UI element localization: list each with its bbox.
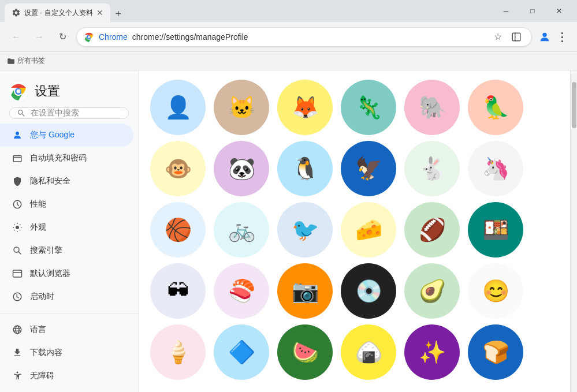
settings-title: 设置 xyxy=(35,83,60,100)
nav-divider xyxy=(0,313,138,313)
sidebar-toggle-icon[interactable] xyxy=(508,29,524,45)
main-container: 设置 在设置中搜索 您与 Google 自动填充和密码 xyxy=(0,70,577,392)
download-nav-label: 下载内容 xyxy=(30,348,62,358)
avatar-grid: 👤🐱🦊🦎🐘🦜🐵🐼🐧🦅🐇🦄🏀🚲🐦🧀🏈🍱🕶🍣📷💿🥑😊🍦🔷🍉🍙✨🍞 xyxy=(139,70,570,389)
avatar-item[interactable]: 🐱 xyxy=(214,80,269,135)
avatar-item[interactable]: 🐼 xyxy=(214,141,269,196)
avatar-item[interactable]: 💿 xyxy=(341,263,396,319)
sidebar-item-accessibility[interactable]: 无障碍 xyxy=(0,364,133,387)
sidebar-item-autofill[interactable]: 自动填充和密码 xyxy=(0,147,133,170)
avatar-item[interactable]: 🦊 xyxy=(277,80,333,135)
startup-nav-label: 启动时 xyxy=(30,292,54,302)
sidebar-item-startup[interactable]: 启动时 xyxy=(0,285,133,308)
avatar-item[interactable]: 🍦 xyxy=(150,324,206,380)
sidebar-item-browser[interactable]: 默认浏览器 xyxy=(0,262,133,285)
avatar-item[interactable]: 🐇 xyxy=(404,141,460,196)
avatar-item[interactable]: 🧀 xyxy=(341,202,396,257)
avatar-item[interactable]: 😊 xyxy=(468,263,523,319)
active-tab[interactable]: 设置 - 自定义个人资料 ✕ xyxy=(5,3,110,22)
addressbar: ← → ↻ Chrome chrome://settings/managePro… xyxy=(0,22,577,52)
avatar-item[interactable]: 🍱 xyxy=(468,202,523,257)
appearance-nav-label: 外观 xyxy=(30,222,46,233)
address-bar[interactable]: Chrome chrome://settings/manageProfile ☆ xyxy=(76,27,532,47)
minimize-button[interactable]: ─ xyxy=(493,2,519,20)
avatar-item[interactable]: 🦜 xyxy=(468,80,523,135)
avatar-item[interactable]: 🦎 xyxy=(341,80,396,135)
chrome-brand-label: Chrome xyxy=(99,32,128,42)
bookmark-icon[interactable]: ☆ xyxy=(490,29,506,45)
profile-icon[interactable] xyxy=(537,29,553,45)
avatar-item[interactable]: 🐘 xyxy=(404,80,460,135)
svg-rect-15 xyxy=(13,270,22,277)
accessibility-nav-icon xyxy=(12,370,23,382)
menu-icon[interactable]: ⋮ xyxy=(554,29,570,45)
google-nav-icon xyxy=(12,129,23,141)
tab-close-btn[interactable]: ✕ xyxy=(96,8,103,17)
google-nav-label: 您与 Google xyxy=(30,130,75,140)
reload-button[interactable]: ↻ xyxy=(53,28,72,46)
sidebar-item-system[interactable]: 系统 xyxy=(0,387,133,392)
back-button[interactable]: ← xyxy=(7,28,25,46)
titlebar: 设置 - 自定义个人资料 ✕ + ─ □ ✕ xyxy=(0,0,577,22)
svg-point-9 xyxy=(16,132,19,135)
autofill-nav-label: 自动填充和密码 xyxy=(30,153,87,163)
performance-nav-icon xyxy=(12,199,23,210)
all-bookmarks-item[interactable]: 所有书签 xyxy=(7,56,45,66)
browser-nav-icon xyxy=(12,268,23,279)
chrome-logo-icon xyxy=(84,32,94,42)
language-nav-icon xyxy=(12,324,23,335)
window-controls: ─ □ ✕ xyxy=(493,2,572,20)
avatar-item[interactable]: 🏈 xyxy=(404,202,460,257)
close-button[interactable]: ✕ xyxy=(546,2,572,20)
performance-nav-label: 性能 xyxy=(30,199,46,210)
sidebar-item-privacy[interactable]: 隐私和安全 xyxy=(0,170,133,193)
sidebar-item-language[interactable]: 语言 xyxy=(0,318,133,341)
avatar-item[interactable]: 🍉 xyxy=(277,324,333,380)
avatar-item[interactable]: 🍙 xyxy=(341,324,396,380)
avatar-item[interactable]: ✨ xyxy=(404,324,460,380)
avatar-item[interactable]: 🥑 xyxy=(404,263,460,319)
sidebar: 设置 在设置中搜索 您与 Google 自动填充和密码 xyxy=(0,70,139,392)
avatar-item[interactable]: 🕶 xyxy=(150,263,206,319)
toolbar-icons: ⋮ xyxy=(537,29,570,45)
avatar-item[interactable]: 🔷 xyxy=(214,324,269,380)
tab-bar: 设置 - 自定义个人资料 ✕ + xyxy=(5,0,493,22)
svg-line-14 xyxy=(18,252,21,254)
svg-rect-3 xyxy=(512,33,520,41)
avatar-item[interactable]: 🚲 xyxy=(214,202,269,257)
accessibility-nav-label: 无障碍 xyxy=(30,371,54,381)
avatar-item[interactable]: 🏀 xyxy=(150,202,206,257)
right-scrollbar[interactable] xyxy=(570,70,577,392)
settings-search-box[interactable]: 在设置中搜索 xyxy=(9,107,129,119)
bookmarks-bar: 所有书签 xyxy=(0,52,577,70)
download-nav-icon xyxy=(12,347,23,359)
svg-point-2 xyxy=(88,36,90,38)
language-nav-label: 语言 xyxy=(30,324,46,335)
maximize-button[interactable]: □ xyxy=(519,2,546,20)
sidebar-item-search[interactable]: 搜索引擎 xyxy=(0,239,133,262)
avatar-item[interactable]: 🐵 xyxy=(150,141,206,196)
all-bookmarks-label: 所有书签 xyxy=(17,56,45,66)
search-engine-nav-label: 搜索引擎 xyxy=(30,245,62,256)
address-bar-icons: ☆ xyxy=(490,29,524,45)
svg-point-8 xyxy=(17,89,21,94)
avatar-item[interactable]: 👤 xyxy=(150,80,206,135)
avatar-item[interactable]: 🍣 xyxy=(214,263,269,319)
sidebar-item-appearance[interactable]: 外观 xyxy=(0,216,133,239)
avatar-item[interactable]: 🍞 xyxy=(468,324,523,380)
avatar-item[interactable]: 🦄 xyxy=(468,141,523,196)
forward-button[interactable]: → xyxy=(30,28,49,46)
content-area: 👤🐱🦊🦎🐘🦜🐵🐼🐧🦅🐇🦄🏀🚲🐦🧀🏈🍱🕶🍣📷💿🥑😊🍦🔷🍉🍙✨🍞 xyxy=(139,70,570,392)
sidebar-item-performance[interactable]: 性能 xyxy=(0,193,133,216)
avatar-item[interactable]: 🐧 xyxy=(277,141,333,196)
avatar-item[interactable]: 🦅 xyxy=(341,141,396,196)
folder-icon xyxy=(7,57,15,65)
avatar-item[interactable]: 🐦 xyxy=(277,202,333,257)
avatar-item[interactable]: 📷 xyxy=(277,263,333,319)
sidebar-item-download[interactable]: 下载内容 xyxy=(0,341,133,364)
chrome-logo-big xyxy=(9,82,28,100)
svg-point-18 xyxy=(16,326,19,334)
search-placeholder: 在设置中搜索 xyxy=(31,108,79,118)
new-tab-button[interactable]: + xyxy=(110,6,126,22)
sidebar-item-google[interactable]: 您与 Google xyxy=(0,124,133,147)
